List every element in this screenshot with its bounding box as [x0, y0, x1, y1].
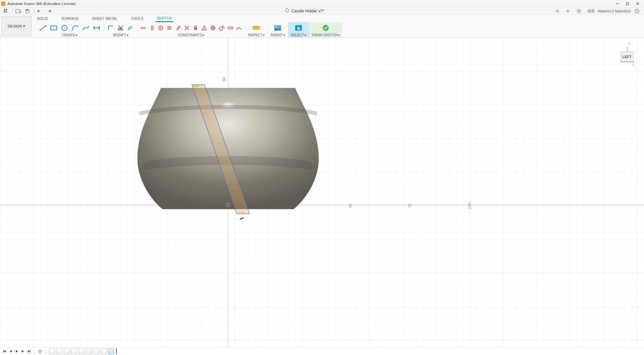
window-title: Autodesk Fusion 360 (Education License) — [7, 2, 76, 6]
timeline-feature[interactable] — [93, 348, 99, 354]
group-create: CREATE▾ — [36, 22, 104, 37]
fillet-tool-icon[interactable] — [107, 25, 114, 31]
workspace-switcher[interactable]: DESIGN ▾ — [1, 16, 32, 36]
save-button[interactable] — [24, 7, 31, 15]
window-close-button[interactable] — [633, 0, 643, 7]
timeline-next-button[interactable] — [20, 349, 25, 354]
tab-solid[interactable]: SOLID — [36, 15, 49, 22]
equal-constraint-icon[interactable] — [166, 25, 172, 31]
timeline-end-button[interactable] — [26, 349, 32, 354]
close-doc-button[interactable] — [554, 7, 560, 15]
group-inspect: INSPECT▾ — [245, 22, 268, 37]
user-name[interactable]: Natecb13 Natecb13 — [598, 9, 631, 13]
timeline-feature[interactable] — [86, 348, 92, 354]
concentric-constraint-icon[interactable] — [210, 25, 216, 31]
window-minimize-button[interactable] — [612, 0, 623, 7]
undo-button[interactable] — [36, 7, 44, 15]
timeline-feature[interactable] — [101, 348, 107, 354]
arc-tool-icon[interactable] — [71, 25, 79, 31]
chevron-down-icon[interactable]: ▾ — [76, 33, 77, 37]
timeline-feature[interactable] — [56, 348, 62, 354]
offset-tool-icon[interactable] — [127, 25, 135, 31]
symmetry-constraint-icon[interactable] — [227, 25, 233, 31]
select-cursor-icon[interactable] — [294, 24, 303, 32]
fix-constraint-icon[interactable] — [193, 25, 199, 31]
dimension-tool-icon[interactable] — [93, 25, 101, 31]
parallel-constraint-icon[interactable] — [175, 25, 181, 31]
workspace-label: DESIGN — [8, 24, 22, 28]
toolbar: DESIGN ▾ SOLID SURFACE SHEET METAL TOOLS… — [0, 15, 644, 38]
tab-sketch[interactable]: SKETCH — [155, 15, 173, 22]
trim-tool-icon[interactable] — [117, 25, 124, 31]
line-tool-icon[interactable] — [39, 25, 47, 31]
axis-z-label: Z — [633, 63, 634, 66]
document-name[interactable]: Candle Holder v7* — [291, 9, 324, 13]
svg-point-47 — [212, 27, 214, 29]
svg-point-78 — [40, 351, 40, 352]
ruler-label-top: 50 — [222, 77, 226, 81]
svg-rect-6 — [4, 11, 5, 12]
midpoint-constraint-icon[interactable] — [201, 25, 207, 31]
data-panel-button[interactable] — [2, 7, 9, 15]
horizontal-constraint-icon[interactable] — [140, 25, 146, 31]
redo-button[interactable] — [45, 7, 53, 15]
timeline-feature[interactable] — [78, 348, 85, 354]
help-button[interactable]: ? — [633, 7, 641, 15]
tab-sheet-metal[interactable]: SHEET METAL — [91, 15, 119, 22]
svg-point-46 — [211, 26, 215, 30]
job-status-badge[interactable]: 1 — [587, 9, 595, 13]
spline-tool-icon[interactable] — [82, 25, 90, 31]
svg-rect-64 — [0, 38, 644, 347]
insert-image-icon[interactable] — [273, 24, 282, 32]
timeline-prev-button[interactable] — [8, 349, 13, 354]
timeline-play-button[interactable] — [14, 349, 19, 354]
chevron-down-icon[interactable]: ▾ — [283, 33, 285, 37]
dimension-glyph-bottom[interactable] — [239, 213, 244, 214]
chevron-down-icon[interactable]: ▾ — [127, 33, 128, 37]
view-cube-face[interactable]: LEFT — [622, 55, 632, 59]
chevron-down-icon[interactable]: ▾ — [203, 33, 204, 37]
extensions-button[interactable] — [575, 7, 583, 15]
svg-text:?: ? — [636, 9, 638, 13]
insert-label: INSERT — [270, 33, 283, 37]
new-tab-button[interactable] — [565, 7, 571, 15]
rectangle-tool-icon[interactable] — [50, 25, 58, 31]
svg-rect-4 — [4, 9, 5, 10]
revolved-body[interactable] — [138, 88, 319, 209]
svg-rect-51 — [228, 27, 229, 29]
measure-icon[interactable] — [252, 24, 261, 32]
svg-rect-7 — [6, 11, 7, 12]
modeling-canvas[interactable]: 50 50 75 100 — [0, 38, 644, 347]
timeline-feature[interactable] — [71, 348, 77, 354]
chevron-down-icon[interactable]: ▾ — [305, 33, 306, 37]
chevron-down-icon[interactable]: ▾ — [263, 33, 265, 37]
timeline-feature[interactable] — [108, 348, 114, 354]
timeline-feature[interactable] — [49, 348, 55, 354]
svg-point-20 — [45, 25, 46, 27]
perpendicular-constraint-icon[interactable] — [184, 25, 190, 31]
finish-sketch-button[interactable]: FINISH SKETCH▾ — [309, 22, 342, 37]
tab-tools[interactable]: TOOLS — [129, 15, 145, 22]
vertical-constraint-icon[interactable] — [149, 25, 155, 31]
tab-surface[interactable]: SURFACE — [60, 15, 80, 22]
file-menu-button[interactable] — [14, 7, 22, 15]
dimension-glyph-top[interactable] — [193, 85, 199, 87]
group-create-label: CREATE — [62, 33, 75, 37]
coincident-constraint-icon[interactable] — [158, 25, 164, 31]
svg-point-25 — [77, 26, 78, 27]
view-cube[interactable]: Y LEFT Z — [604, 40, 634, 71]
tangent-constraint-icon[interactable] — [219, 25, 225, 31]
curvature-constraint-icon[interactable] — [236, 25, 242, 31]
group-select: SELECT▾ — [288, 22, 309, 37]
circle-tool-icon[interactable] — [60, 25, 68, 31]
select-label: SELECT — [291, 33, 304, 37]
timeline-settings-button[interactable] — [37, 349, 43, 354]
timeline-start-button[interactable] — [2, 349, 7, 354]
checkmark-icon — [321, 24, 330, 32]
group-insert: INSERT▾ — [268, 22, 288, 37]
svg-rect-1 — [627, 2, 629, 5]
timeline-playhead[interactable] — [116, 348, 117, 354]
svg-point-23 — [64, 28, 65, 29]
window-maximize-button[interactable] — [623, 0, 633, 7]
timeline-feature[interactable] — [64, 348, 70, 354]
